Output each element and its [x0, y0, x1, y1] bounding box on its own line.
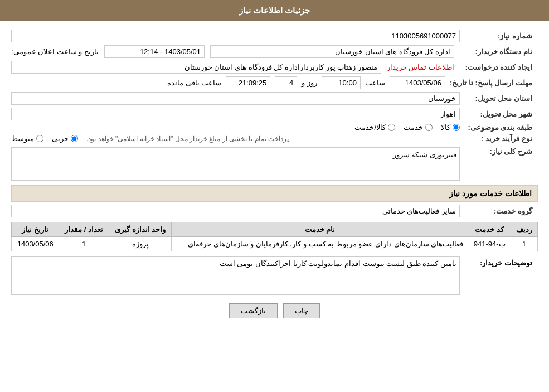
noe-motaset-radio[interactable] [36, 135, 43, 142]
mohlat-baqi-label: ساعت باقی مانده [167, 79, 221, 87]
cell-nam: فعالیت‌های سازمان‌های دارای عضو مربوط به… [172, 237, 468, 251]
tabaqe-label: طبقه بندی موضوعی: [460, 123, 538, 132]
tozihat-value: تامین کننده طبق لیست پیوست اقدام نمایدول… [220, 259, 456, 268]
buttons-row: چاپ بازگشت [11, 303, 538, 318]
tabaqe-kala-khidmat-radio[interactable] [388, 124, 395, 131]
noe-farayand-row: نوع فرآیند خرید : متوسط جزیی پرداخت تمام… [11, 134, 538, 143]
sharh-koli-value: فیبرنوری شبکه سرور [11, 147, 460, 181]
tozihat-box: تامین کننده طبق لیست پیوست اقدام نمایدول… [11, 256, 460, 295]
cell-tarikh: 1403/05/06 [12, 237, 59, 251]
table-header-row: ردیف کد خدمت نام خدمت واحد اندازه گیری ت… [12, 222, 538, 237]
col-tedad: تعداد / مقدار [59, 222, 109, 237]
mohlat-date: 1403/05/06 [390, 76, 445, 89]
tozihat-section: توضیحات خریدار: تامین کننده طبق لیست پیو… [11, 256, 538, 295]
shomare-niaz-label: شماره نیاز: [460, 32, 538, 40]
noe-motaset-label: متوسط [11, 134, 34, 143]
noe-farayand-note: پرداخت تمام یا بخشی از مبلغ خریداز محل "… [86, 135, 289, 143]
main-content: شماره نیاز: 1103005691000077 نام دستگاه … [0, 21, 549, 332]
shahr-label: شهر محل تحویل: [460, 110, 538, 118]
col-tarikh: تاریخ نیاز [12, 222, 59, 237]
shahr-value: اهواز [11, 108, 460, 120]
col-vahed: واحد اندازه گیری [109, 222, 172, 237]
nam-dastgah-value: اداره کل فرودگاه های استان خوزستان [210, 45, 454, 58]
goroh-row: گروه خدمت: سایر فعالیت‌های خدماتی [11, 205, 538, 217]
page-header: جزئیات اطلاعات نیاز [0, 0, 549, 21]
tabaqe-kala-khidmat: کالا/خدمت [354, 123, 395, 132]
tabaqe-khidmat-label: خدمت [404, 123, 423, 132]
table-body: 1 ب-94-941 فعالیت‌های سازمان‌های دارای ع… [12, 237, 538, 251]
ejad-konande-label: ایجاد کننده درخواست: [460, 63, 538, 71]
noe-jozi: جزیی [52, 134, 78, 143]
bazgasht-button[interactable]: بازگشت [229, 303, 278, 318]
chap-button[interactable]: چاپ [283, 303, 320, 318]
tozihat-label: توضیحات خریدار: [460, 256, 538, 267]
table-row: 1 ب-94-941 فعالیت‌های سازمان‌های دارای ع… [12, 237, 538, 251]
ostan-value: خوزستان [11, 92, 460, 105]
tabaqe-khidmat-radio[interactable] [425, 124, 433, 131]
tabaqe-kala-label: کالا [441, 123, 450, 132]
ostan-label: استان محل تحویل: [460, 94, 538, 103]
mohlat-saat-label: ساعت [365, 79, 385, 87]
ejad-konande-row: ایجاد کننده درخواست: اطلاعات تماس خریدار… [11, 61, 538, 74]
shahr-row: شهر محل تحویل: اهواز [11, 108, 538, 120]
col-radif: ردیف [511, 222, 538, 237]
cell-kod: ب-94-941 [468, 237, 511, 251]
ejad-konande-value: منصور زهتاب پور کاربرداراداره کل فرودگاه… [11, 61, 381, 74]
cell-tedad: 1 [59, 237, 109, 251]
etelaat-link[interactable]: اطلاعات تماس خریدار [387, 63, 454, 71]
cell-vahed: پروژه [109, 237, 172, 251]
cell-radif: 1 [511, 237, 538, 251]
tarikh-label: تاریخ و ساعت اعلان عمومی: [11, 47, 99, 56]
noe-jozi-radio[interactable] [71, 135, 78, 142]
tarikh-value: 1403/05/01 - 12:14 [104, 45, 205, 58]
mohlat-baqi-value: 21:09:25 [226, 76, 270, 89]
tarikh-dastgah-row: نام دستگاه خریدار: اداره کل فرودگاه های … [11, 45, 538, 58]
col-nam: نام خدمت [172, 222, 468, 237]
tabaqe-khidmat: خدمت [404, 123, 433, 132]
sharh-koli-row: شرح کلی نیاز: فیبرنوری شبکه سرور [11, 147, 538, 181]
goroh-label: گروه خدمت: [460, 207, 538, 215]
mohlat-rooz-label: روز و [302, 79, 317, 87]
mohlat-saat-value: 10:00 [322, 76, 361, 89]
ostan-row: استان محل تحویل: خوزستان [11, 92, 538, 105]
noe-jozi-label: جزیی [52, 134, 69, 143]
khadamat-section-header: اطلاعات خدمات مورد نیاز [11, 185, 538, 202]
tabaqe-kala-khidmat-label: کالا/خدمت [354, 123, 386, 132]
services-table-container: ردیف کد خدمت نام خدمت واحد اندازه گیری ت… [11, 222, 538, 251]
goroh-value: سایر فعالیت‌های خدماتی [11, 205, 460, 217]
tabaqe-options: کالا/خدمت خدمت کالا [354, 123, 460, 132]
col-kod: کد خدمت [468, 222, 511, 237]
tabaqe-kala: کالا [441, 123, 460, 132]
tabaqe-kala-radio[interactable] [453, 124, 460, 131]
mohlat-rooz-value: 4 [275, 76, 297, 89]
nam-dastgah-label: نام دستگاه خریدار: [460, 47, 538, 56]
mohlat-row: مهلت ارسال پاسخ: تا تاریخ: 1403/05/06 سا… [11, 76, 538, 89]
mohlat-label: مهلت ارسال پاسخ: تا تاریخ: [450, 79, 538, 87]
shomare-niaz-row: شماره نیاز: 1103005691000077 [11, 30, 538, 42]
sharh-koli-label: شرح کلی نیاز: [460, 147, 538, 156]
noe-motaset: متوسط [11, 134, 43, 143]
tabaqe-row: طبقه بندی موضوعی: کالا/خدمت خدمت کالا [11, 123, 538, 132]
page-title: جزئیات اطلاعات نیاز [239, 6, 310, 15]
page-wrapper: جزئیات اطلاعات نیاز شماره نیاز: 11030056… [0, 0, 549, 392]
noe-farayand-label: نوع فرآیند خرید : [460, 134, 538, 143]
services-table: ردیف کد خدمت نام خدمت واحد اندازه گیری ت… [11, 222, 538, 251]
shomare-niaz-value: 1103005691000077 [11, 30, 460, 42]
